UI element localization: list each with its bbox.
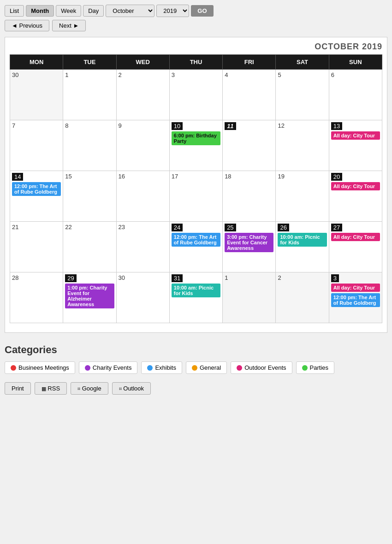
table-row[interactable]: 17	[169, 171, 222, 222]
date-number: 31	[172, 274, 183, 282]
rss-label: RSS	[48, 385, 60, 392]
calendar-title: OCTOBER 2019	[10, 42, 382, 52]
list-item[interactable]: 10:00 am: Picnic for Kids	[172, 284, 220, 297]
list-item[interactable]: All day: City Tour	[331, 284, 380, 292]
list-item[interactable]: 12:00 pm: The Art of Rube Goldberg	[331, 293, 380, 307]
table-row[interactable]: 2	[276, 272, 329, 323]
category-item[interactable]: Parties	[296, 361, 334, 374]
date-number: 3	[172, 71, 175, 78]
table-row[interactable]: 22	[63, 222, 116, 272]
google-icon: ⌗	[77, 386, 80, 391]
outlook-button[interactable]: ⌗ Outlook	[112, 382, 151, 395]
date-number: 10	[172, 122, 183, 130]
category-label: Outdoor Events	[244, 364, 286, 371]
category-dot	[147, 365, 153, 371]
date-number: 25	[225, 224, 236, 231]
table-row[interactable]: 28	[10, 272, 63, 323]
category-item[interactable]: Outdoor Events	[231, 361, 292, 374]
table-row[interactable]: 2	[116, 70, 169, 120]
table-row[interactable]: 1412:00 pm: The Art of Rube Goldberg	[10, 171, 63, 222]
category-item[interactable]: Charity Events	[79, 361, 138, 374]
table-row[interactable]: 1	[63, 70, 116, 120]
category-dot	[192, 365, 197, 371]
list-item[interactable]: All day: City Tour	[331, 182, 380, 190]
list-item[interactable]: 6:00 pm: Birthday Party	[172, 131, 220, 145]
col-header-wed: WED	[116, 55, 169, 70]
nav-row: ◄ Previous Next ►	[5, 20, 387, 31]
google-button[interactable]: ⌗ Google	[71, 382, 108, 395]
date-number: 8	[65, 122, 68, 129]
col-header-fri: FRI	[223, 55, 276, 70]
list-item[interactable]: All day: City Tour	[331, 131, 380, 140]
categories-section: Categories Businees MeetingsCharity Even…	[5, 344, 387, 374]
table-row[interactable]: 30	[10, 70, 63, 120]
table-row[interactable]: 3110:00 am: Picnic for Kids	[169, 272, 222, 323]
table-row[interactable]: 30	[116, 272, 169, 323]
list-item[interactable]: 10:00 am: Picnic for Kids	[278, 233, 327, 247]
month-select[interactable]: JanuaryFebruaryMarchAprilMayJuneJulyAugu…	[106, 5, 154, 17]
table-row[interactable]: 18	[223, 171, 276, 222]
date-number: 13	[331, 122, 342, 130]
date-number: 29	[65, 274, 76, 282]
table-row[interactable]: 2412:00 pm: The Art of Rube Goldberg	[169, 222, 222, 272]
outlook-label: Outlook	[123, 385, 144, 392]
week-view-button[interactable]: Week	[56, 5, 81, 17]
date-number: 4	[225, 71, 228, 78]
table-row[interactable]: 5	[276, 70, 329, 120]
category-label: Charity Events	[93, 364, 132, 371]
table-row[interactable]: 27All day: City Tour	[329, 222, 382, 272]
year-select[interactable]: 20172018201920202021	[156, 5, 189, 17]
table-row[interactable]: 3	[169, 70, 222, 120]
list-view-button[interactable]: List	[5, 5, 24, 17]
date-number: 1	[65, 71, 68, 78]
date-number: 27	[331, 224, 342, 231]
table-row[interactable]: 7	[10, 120, 63, 171]
previous-button[interactable]: ◄ Previous	[5, 20, 49, 31]
table-row[interactable]: 15	[63, 171, 116, 222]
table-row[interactable]: 9	[116, 120, 169, 171]
col-header-sat: SAT	[276, 55, 329, 70]
list-item[interactable]: 12:00 pm: The Art of Rube Goldberg	[172, 233, 220, 247]
category-item[interactable]: General	[186, 361, 227, 374]
date-number: 30	[12, 71, 18, 78]
table-row[interactable]: 16	[116, 171, 169, 222]
category-item[interactable]: Businees Meetings	[5, 361, 75, 374]
calendar-table: MONTUEWEDTHUFRISATSUN 30123456789106:00 …	[10, 54, 382, 323]
list-item[interactable]: All day: City Tour	[331, 233, 380, 241]
table-row[interactable]: 13All day: City Tour	[329, 120, 382, 171]
next-button[interactable]: Next ►	[52, 20, 86, 31]
date-number: 23	[119, 224, 125, 231]
day-view-button[interactable]: Day	[83, 5, 104, 17]
list-item[interactable]: 12:00 pm: The Art of Rube Goldberg	[12, 182, 61, 196]
calendar-container: OCTOBER 2019 MONTUEWEDTHUFRISATSUN 30123…	[5, 37, 387, 333]
list-item[interactable]: 1:00 pm: Charity Event for Alzheimer Awa…	[65, 284, 114, 308]
rss-button[interactable]: ▦ RSS	[35, 382, 67, 395]
table-row[interactable]: 20All day: City Tour	[329, 171, 382, 222]
category-dot	[237, 365, 242, 371]
category-item[interactable]: Exhibits	[141, 361, 182, 374]
go-button[interactable]: GO	[191, 5, 213, 17]
table-row[interactable]: 23	[116, 222, 169, 272]
table-row[interactable]: 1	[223, 272, 276, 323]
table-row[interactable]: 21	[10, 222, 63, 272]
table-row[interactable]: 291:00 pm: Charity Event for Alzheimer A…	[63, 272, 116, 323]
table-row[interactable]: 19	[276, 171, 329, 222]
toolbar: List Month Week Day JanuaryFebruaryMarch…	[5, 5, 387, 17]
table-row[interactable]: 3All day: City Tour12:00 pm: The Art of …	[329, 272, 382, 323]
table-row[interactable]: 8	[63, 120, 116, 171]
table-row[interactable]: 253:00 pm: Charity Event for Cancer Awar…	[223, 222, 276, 272]
print-button[interactable]: Print	[5, 382, 31, 395]
date-number: 22	[65, 224, 71, 231]
table-row[interactable]: 4	[223, 70, 276, 120]
date-number: 17	[172, 173, 178, 180]
table-row[interactable]: 11	[223, 120, 276, 171]
category-dot	[302, 365, 308, 371]
table-row[interactable]: 106:00 pm: Birthday Party	[169, 120, 222, 171]
category-label: Parties	[310, 364, 328, 371]
month-view-button[interactable]: Month	[26, 5, 54, 17]
table-row[interactable]: 12	[276, 120, 329, 171]
table-row[interactable]: 2610:00 am: Picnic for Kids	[276, 222, 329, 272]
list-item[interactable]: 3:00 pm: Charity Event for Cancer Awaren…	[225, 233, 273, 252]
date-number: 24	[172, 224, 183, 231]
table-row[interactable]: 6	[329, 70, 382, 120]
